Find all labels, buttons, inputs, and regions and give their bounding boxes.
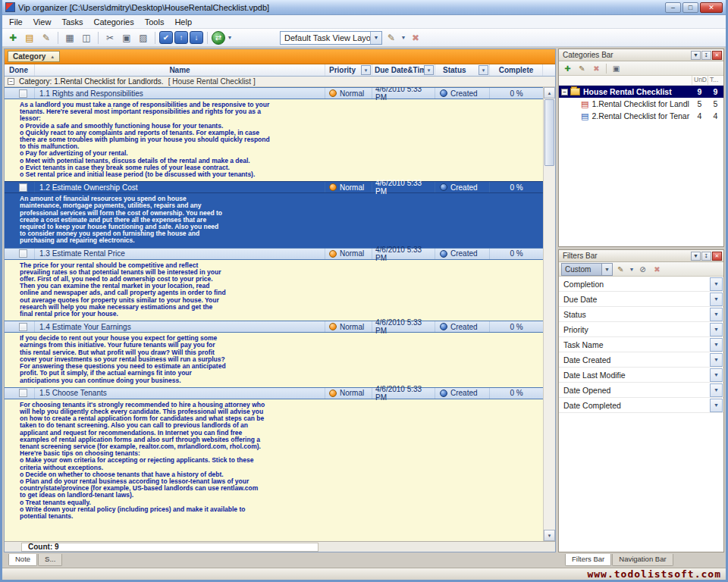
new-note-icon[interactable]: ▤ xyxy=(22,30,37,45)
delete-layout-icon[interactable]: ✖ xyxy=(408,30,423,45)
status-filter-dropdown-icon[interactable]: ▼ xyxy=(479,65,488,75)
filter-row[interactable]: Date Created ▼ xyxy=(559,352,723,368)
filter-value-dropdown-icon[interactable]: ▼ xyxy=(710,368,723,382)
task-checkbox[interactable] xyxy=(19,89,27,98)
clear-filter-icon[interactable]: ⊘ xyxy=(636,263,649,275)
maximize-button[interactable]: □ xyxy=(682,2,698,13)
edit-task-icon[interactable]: ✎ xyxy=(39,30,54,45)
layout-dropdown-icon[interactable]: ▼ xyxy=(400,35,406,40)
filter-value-dropdown-icon[interactable]: ▼ xyxy=(710,323,723,336)
filter-preset-select[interactable]: Custom ▼ xyxy=(561,263,613,276)
column-header-due-date[interactable]: Due Date&Time ▼ xyxy=(372,64,435,76)
category-properties-icon[interactable]: ▣ xyxy=(610,62,623,74)
undone-column-header[interactable]: UnD... xyxy=(692,76,708,85)
filter-row[interactable]: Date Completed ▼ xyxy=(559,398,723,413)
filter-row[interactable]: Due Date ▼ xyxy=(559,292,723,307)
column-header-done[interactable]: Done xyxy=(5,64,35,76)
close-panel-icon[interactable]: ✕ xyxy=(712,51,722,60)
category-tree-row[interactable]: − 2.Rental Checklist for Tenar 4 4 xyxy=(559,110,723,122)
filter-value-dropdown-icon[interactable]: ▼ xyxy=(710,338,723,352)
scrollbar-thumb[interactable] xyxy=(544,99,554,166)
paste-icon[interactable]: ▨ xyxy=(136,30,151,45)
task-checkbox[interactable] xyxy=(19,183,27,192)
column-header-priority[interactable]: Priority ▼ xyxy=(325,64,372,76)
add-category-icon[interactable]: ✚ xyxy=(561,62,574,74)
sync-icon[interactable]: ⇄ xyxy=(212,31,225,45)
filter-value-dropdown-icon[interactable]: ▼ xyxy=(710,308,723,321)
task-view-layout-select[interactable]: Default Task View Layout ▼ xyxy=(280,31,382,45)
note-tab[interactable]: Note xyxy=(8,554,37,566)
task-row[interactable]: 1.4 Estimate Your Earnings Normal 4/6/20… xyxy=(5,321,543,333)
group-by-category-chip[interactable]: Category ▲ xyxy=(8,51,60,62)
total-column-header[interactable]: T... xyxy=(708,76,723,85)
chevron-down-icon[interactable]: ▼ xyxy=(370,32,381,44)
close-button[interactable]: ✕ xyxy=(700,2,723,13)
task-row[interactable]: 1.1 Rights and Responsibilities Normal 4… xyxy=(5,87,543,99)
sidebar-tab[interactable]: Filters Bar xyxy=(565,554,611,566)
filter-row[interactable]: Task Name ▼ xyxy=(559,337,723,352)
chevron-down-icon[interactable]: ▼ xyxy=(601,264,612,275)
print-preview-icon[interactable]: ◫ xyxy=(79,30,94,45)
cut-icon[interactable]: ✂ xyxy=(102,30,118,45)
close-panel-icon[interactable]: ✕ xyxy=(712,252,722,261)
menu-item[interactable]: View xyxy=(28,16,57,28)
vertical-scrollbar[interactable]: ▲ ▼ xyxy=(543,87,555,541)
filter-value-dropdown-icon[interactable]: ▼ xyxy=(710,353,723,367)
panel-menu-icon[interactable]: ▼ xyxy=(691,51,701,60)
category-tree-row[interactable]: − House Rental Checklist 9 9 xyxy=(559,86,723,98)
note-tab[interactable]: S... xyxy=(38,554,62,566)
edit-filter-icon[interactable]: ✎ xyxy=(614,263,627,275)
column-header-complete[interactable]: Complete xyxy=(490,64,543,76)
delete-filter-icon[interactable]: ✖ xyxy=(651,263,664,275)
task-row[interactable]: 1.3 Estimate Rental Price Normal 4/6/201… xyxy=(5,248,543,260)
scroll-up-icon[interactable]: ▲ xyxy=(544,87,555,99)
column-header-name[interactable]: Name xyxy=(35,64,325,76)
collapse-group-icon[interactable]: − xyxy=(8,78,14,85)
delete-category-icon[interactable]: ✖ xyxy=(590,62,603,74)
category-tree-row[interactable]: − 1.Rental Checklist for Landl 5 5 xyxy=(559,98,723,110)
category-group-row[interactable]: − Category: 1.Rental Checklist for Landl… xyxy=(5,77,555,87)
menu-item[interactable]: Categories xyxy=(89,16,140,28)
move-up-icon[interactable]: ↑ xyxy=(174,31,188,44)
print-icon[interactable]: ▦ xyxy=(62,30,77,45)
task-checkbox[interactable] xyxy=(19,389,27,397)
filter-row[interactable]: Date Last Modifie ▼ xyxy=(559,368,723,383)
filter-row[interactable]: Completion ▼ xyxy=(559,277,723,292)
priority-filter-dropdown-icon[interactable]: ▼ xyxy=(361,65,371,75)
edit-category-icon[interactable]: ✎ xyxy=(576,62,588,74)
filter-options-dropdown-icon[interactable]: ▼ xyxy=(629,267,635,272)
scroll-down-icon[interactable]: ▼ xyxy=(544,530,555,541)
panel-menu-icon[interactable]: ▼ xyxy=(691,252,701,261)
pin-icon[interactable]: ↧ xyxy=(701,51,711,60)
mark-complete-icon[interactable]: ✔ xyxy=(159,31,173,44)
menu-item[interactable]: Tools xyxy=(140,16,170,28)
pin-icon[interactable]: ↧ xyxy=(701,252,711,261)
menu-item[interactable]: Help xyxy=(169,16,197,28)
task-row[interactable]: 1.2 Estimate Ownership Cost Normal 4/6/2… xyxy=(5,181,543,193)
edit-layout-icon[interactable]: ✎ xyxy=(384,30,399,45)
sidebar-tab[interactable]: Navigation Bar xyxy=(612,554,673,566)
task-name: 1.4 Estimate Your Earnings xyxy=(35,321,325,332)
filter-value-dropdown-icon[interactable]: ▼ xyxy=(710,383,723,397)
task-row[interactable]: 1.5 Choose Tenants Normal 4/6/2010 5:33 … xyxy=(5,387,543,399)
scrollbar-track[interactable] xyxy=(544,167,555,530)
filter-value-dropdown-icon[interactable]: ▼ xyxy=(710,293,723,306)
menu-item[interactable]: Tasks xyxy=(56,16,88,28)
copy-icon[interactable]: ▣ xyxy=(119,30,134,45)
new-task-icon[interactable]: ✚ xyxy=(5,30,20,45)
menu-item[interactable]: File xyxy=(4,16,28,28)
column-header-status[interactable]: Status ▼ xyxy=(435,64,490,76)
filter-value-dropdown-icon[interactable]: ▼ xyxy=(710,399,723,412)
filter-row[interactable]: Priority ▼ xyxy=(559,322,723,337)
filter-value-dropdown-icon[interactable]: ▼ xyxy=(710,277,723,291)
move-down-icon[interactable]: ↓ xyxy=(190,31,203,44)
minimize-button[interactable]: – xyxy=(665,2,681,13)
category-label: 1.Rental Checklist for Landl xyxy=(592,99,692,108)
filter-row[interactable]: Date Opened ▼ xyxy=(559,383,723,398)
task-checkbox[interactable] xyxy=(19,323,27,331)
collapse-node-icon[interactable]: − xyxy=(561,89,568,95)
sync-dropdown-icon[interactable]: ▼ xyxy=(227,35,233,40)
due-date-filter-dropdown-icon[interactable]: ▼ xyxy=(424,65,434,75)
task-checkbox[interactable] xyxy=(19,249,27,258)
filter-row[interactable]: Status ▼ xyxy=(559,307,723,322)
